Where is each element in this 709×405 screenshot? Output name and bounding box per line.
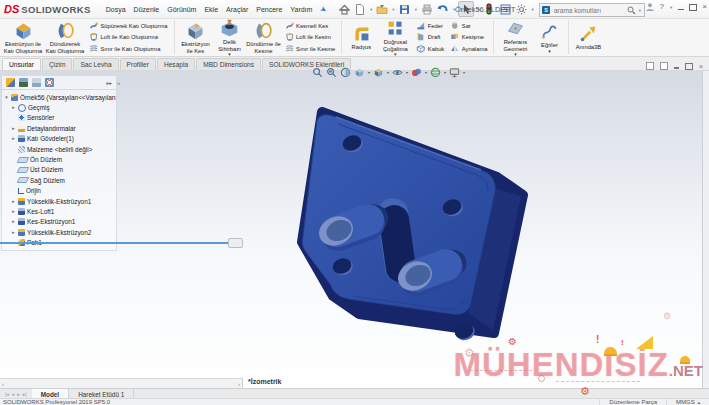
display-style-caret[interactable]: ▾ [387, 70, 389, 75]
menu-araclar[interactable]: Araçlar [222, 3, 252, 16]
task-pane-edge[interactable] [702, 70, 709, 388]
hide-show-items-icon[interactable] [392, 67, 403, 78]
tree-item-sensorler[interactable]: Sensörler [4, 113, 116, 123]
configurationmanager-tab-icon[interactable] [32, 78, 41, 87]
tree-root[interactable]: ▾Örnek56 (Varsayılan<<Varsayılan>_Gö [4, 92, 116, 102]
tree-item-malzeme[interactable]: Malzeme <belirli değil> [4, 144, 116, 154]
tree-item-kes-loft1[interactable]: ▸Kes-Loft1 [4, 206, 116, 216]
wrap-button[interactable]: Sar [450, 21, 487, 31]
prev-tab-icon[interactable]: ◂ [12, 391, 15, 397]
panel-flyout-icon[interactable]: » [117, 80, 120, 86]
mirror-button[interactable]: Aynalama [450, 44, 487, 54]
extruded-cut-button[interactable]: Ekstrüzyon ile Kes [178, 20, 214, 54]
next-tab-icon[interactable]: ▸ [17, 391, 20, 397]
expander-icon[interactable]: ▸ [11, 136, 16, 141]
shell-button[interactable]: Kabuk [416, 44, 444, 54]
expander-icon[interactable]: ▸ [11, 199, 16, 204]
expander-icon[interactable]: ▸ [11, 209, 16, 214]
tab-unsurlar[interactable]: Unsurlar [2, 58, 41, 70]
tree-item-on-duzlem[interactable]: Ön Düzlem [4, 154, 116, 164]
instant3d-button[interactable]: Anında3B [572, 23, 604, 50]
tab-mbd-dimensions[interactable]: MBD Dimensions [196, 58, 261, 70]
dimxpertmanager-tab-icon[interactable] [45, 78, 54, 87]
reference-geometry-button[interactable]: Referans Geometri [497, 18, 533, 56]
tab-cizim[interactable]: Çizim [42, 58, 72, 70]
unit-system-selector[interactable]: MMGS ▴ [666, 399, 709, 405]
panel-splitter-handle[interactable] [228, 238, 243, 248]
hide-show-caret[interactable]: ▾ [406, 70, 408, 75]
boundary-cut-button[interactable]: Sınır ile Kesme [285, 44, 336, 54]
featuremanager-tab-icon[interactable] [6, 78, 15, 87]
curves-button[interactable]: Eğriler [533, 21, 565, 52]
menu-pin-icon[interactable]: ➤ [318, 3, 329, 14]
lofted-boss-button[interactable]: Loft ile Katı Oluşturma [89, 32, 168, 42]
new-file-caret[interactable]: ▾ [370, 7, 372, 12]
swept-cut-button[interactable]: Kesmeli Kes [285, 21, 336, 31]
zoom-area-icon[interactable] [326, 67, 337, 78]
view-orientation-caret[interactable]: ▾ [368, 70, 370, 75]
view-settings-caret[interactable]: ▾ [463, 70, 465, 75]
menu-gorunum[interactable]: Görünüm [163, 3, 200, 16]
revolved-boss-button[interactable]: Döndürerek Katı Oluşturma [44, 20, 86, 54]
view-settings-icon[interactable] [449, 67, 460, 78]
undo-icon[interactable] [436, 2, 450, 16]
tree-item-kes-ekstruzyon1[interactable]: ▸Kes-Ekstrüzyon1 [4, 217, 116, 227]
tab-profiller[interactable]: Profiller [120, 58, 156, 70]
tree-item-detaylandirmalar[interactable]: ▸Detaylandırmalar [4, 123, 116, 133]
tree-item-orijin[interactable]: Orijin [4, 186, 116, 196]
tab-hesapla[interactable]: Hesapla [157, 58, 195, 70]
display-style-icon[interactable] [373, 67, 384, 78]
tree-item-ust-duzlem[interactable]: Üst Düzlem [4, 165, 116, 175]
view-orientation-icon[interactable] [354, 67, 365, 78]
restore-icon[interactable] [689, 4, 697, 11]
print-icon[interactable] [420, 2, 434, 16]
tree-item-kati-govdeler[interactable]: ▸Katı Gövdeler(1) [4, 134, 116, 144]
panel-tabs-overflow-icon[interactable]: ▸▸ [106, 80, 112, 86]
section-view-icon[interactable] [340, 67, 351, 78]
tree-item-yukseklik-ekstruzyon2[interactable]: ▸Yükseklik-Ekstrüzyon2 [4, 227, 116, 237]
expander-icon[interactable]: ▸ [11, 105, 16, 110]
search-caret[interactable]: ▾ [639, 8, 641, 13]
swept-boss-button[interactable]: Süpürerek Katı Oluşturma [89, 21, 168, 31]
tree-item-sag-duzlem[interactable]: Sağ Düzlem [4, 175, 116, 185]
options-gear-icon[interactable] [514, 2, 528, 16]
panel-splitter[interactable] [0, 242, 237, 244]
minimize-icon[interactable] [678, 9, 684, 11]
open-caret[interactable]: ▾ [392, 7, 394, 12]
draft-button[interactable]: Draft [416, 32, 444, 42]
expander-icon[interactable]: ▸ [11, 230, 16, 235]
lofted-cut-button[interactable]: Loft ile Kesim [285, 32, 336, 42]
expander-icon[interactable]: ▾ [4, 95, 9, 100]
menu-yardim[interactable]: Yardım [286, 3, 316, 16]
intersect-button[interactable]: Kesişme [450, 32, 487, 42]
zoom-fit-icon[interactable] [312, 67, 323, 78]
options-caret[interactable]: ▾ [531, 7, 533, 12]
edit-appearance-icon[interactable] [411, 67, 422, 78]
search-magnifier-icon[interactable] [627, 6, 636, 15]
save-icon[interactable] [398, 2, 412, 16]
rib-button[interactable]: Feder [416, 21, 444, 31]
boundary-boss-button[interactable]: Sınır ile Katı Oluşturma [89, 44, 168, 54]
menu-pencere[interactable]: Pencere [252, 3, 286, 16]
help-caret[interactable]: ▾ [670, 5, 672, 10]
menu-duzenle[interactable]: Düzenle [130, 3, 164, 16]
home-icon[interactable] [337, 2, 351, 16]
close-icon[interactable]: × [702, 3, 707, 11]
new-file-icon[interactable] [353, 2, 367, 16]
graphics-viewport[interactable]: ▾ ▾ ▾ ▾ ▾ ▾ ▸▸ ▾Örnek56 (Varsayılan<<Var… [0, 70, 709, 388]
save-caret[interactable]: ▾ [415, 7, 417, 12]
scene-icon[interactable] [430, 67, 441, 78]
first-tab-icon[interactable]: |◂ [5, 391, 9, 397]
last-tab-icon[interactable]: ▸| [23, 391, 27, 397]
edit-appearance-caret[interactable]: ▾ [425, 70, 427, 75]
tree-item-gecmis[interactable]: ▸Geçmiş [4, 102, 116, 112]
command-search[interactable]: S ▾ [539, 3, 645, 17]
menu-ekle[interactable]: Ekle [200, 3, 222, 16]
doc-page-icon[interactable] [646, 62, 654, 70]
tree-item-yukseklik-ekstruzyon1[interactable]: ▸Yükseklik-Ekstrüzyon1 [4, 196, 116, 206]
extruded-boss-button[interactable]: Ekstrüzyon ile Katı Oluşturma [2, 20, 44, 54]
doc-restore-icon[interactable] [685, 63, 693, 70]
expander-icon[interactable]: ▸ [11, 219, 16, 224]
expander-icon[interactable]: ▸ [11, 126, 16, 131]
doc-minimize-icon[interactable] [674, 67, 679, 69]
